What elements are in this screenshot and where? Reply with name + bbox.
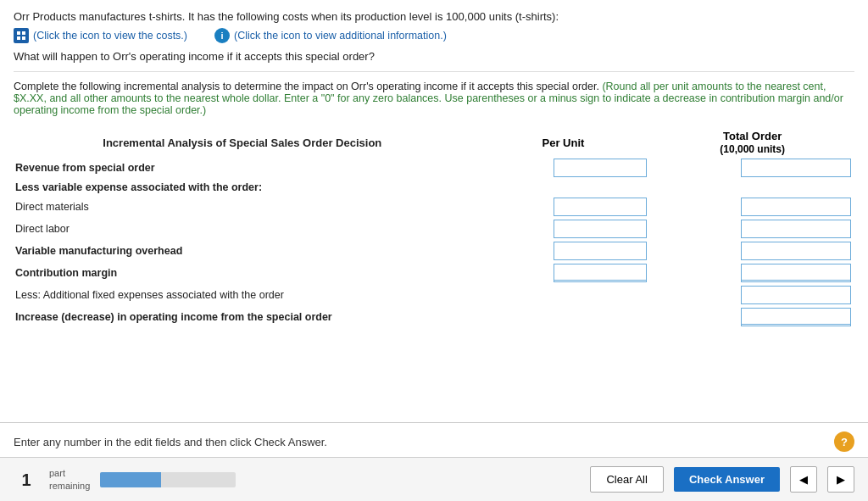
input-contribution-margin-total[interactable] <box>741 264 851 282</box>
row-label-revenue: Revenue from special order <box>14 157 476 179</box>
table-row: Direct labor <box>14 218 854 240</box>
bottom-bar: 1 part remaining Clear All Check Answer … <box>0 457 868 501</box>
progress-bar-fill <box>100 472 161 487</box>
input-cell-revenue-total <box>650 157 854 179</box>
footer-hint: Enter any number in the edit fields and … <box>0 423 868 457</box>
row-label-additional-fixed: Less: Additional fixed expenses associat… <box>14 284 476 306</box>
input-direct-labor-total[interactable] <box>741 220 851 238</box>
intro-text: Orr Products manufactures t-shirts. It h… <box>14 10 854 23</box>
col2-header: Per Unit <box>476 128 651 157</box>
clear-all-button[interactable]: Clear All <box>590 466 663 493</box>
input-contribution-margin-per-unit[interactable] <box>554 264 647 282</box>
costs-icon-label: (Click the icon to view the costs.) <box>33 30 187 42</box>
check-answer-button[interactable]: Check Answer <box>674 467 780 492</box>
remaining-text: remaining <box>49 480 90 492</box>
part-label-container: 1 <box>14 471 39 488</box>
table-row: Revenue from special order <box>14 157 854 179</box>
input-revenue-per-unit[interactable] <box>554 159 647 177</box>
progress-bar-container <box>100 472 236 487</box>
help-icon[interactable]: ? <box>834 431 854 452</box>
info-icon-link[interactable]: i (Click the icon to view additional inf… <box>214 28 447 43</box>
input-direct-materials-per-unit[interactable] <box>554 198 647 216</box>
col3-header: Total Order (10,000 units) <box>650 128 854 157</box>
analysis-table: Incremental Analysis of Special Sales Or… <box>14 128 854 328</box>
instructions-main: Complete the following incremental analy… <box>14 81 854 116</box>
input-variable-mfg-per-unit[interactable] <box>554 242 647 260</box>
svg-rect-2 <box>17 36 20 40</box>
grid-icon <box>14 28 29 43</box>
nav-prev-button[interactable]: ◀ <box>790 466 817 493</box>
table-row: Contribution margin <box>14 262 854 284</box>
question-text: What will happen to Orr's operating inco… <box>14 50 854 72</box>
row-label-less-variable: Less variable expense associated with th… <box>14 179 476 196</box>
row-label-variable-mfg: Variable manufacturing overhead <box>14 240 476 262</box>
info-icon-label: (Click the icon to view additional infor… <box>234 30 447 42</box>
input-variable-mfg-total[interactable] <box>741 242 851 260</box>
info-icon: i <box>214 28 230 43</box>
table-row: Variable manufacturing overhead <box>14 240 854 262</box>
table-row: Direct materials <box>14 196 854 218</box>
col1-header: Incremental Analysis of Special Sales Or… <box>14 128 476 157</box>
svg-rect-0 <box>17 31 20 35</box>
icon-row: (Click the icon to view the costs.) i (C… <box>14 28 854 43</box>
input-direct-labor-per-unit[interactable] <box>554 220 647 238</box>
content-area: Orr Products manufactures t-shirts. It h… <box>0 0 868 423</box>
table-row: Less: Additional fixed expenses associat… <box>14 284 854 306</box>
part-text: part <box>49 467 90 479</box>
hint-text: Enter any number in the edit fields and … <box>14 436 327 448</box>
svg-rect-1 <box>22 31 25 35</box>
part-number: 1 <box>21 471 31 488</box>
table-section: Incremental Analysis of Special Sales Or… <box>14 128 854 328</box>
nav-next-button[interactable]: ▶ <box>827 466 854 493</box>
input-cell-revenue-per-unit <box>476 157 651 179</box>
row-label-increase-decrease: Increase (decrease) in operating income … <box>14 306 476 328</box>
input-direct-materials-total[interactable] <box>741 198 851 216</box>
input-revenue-total[interactable] <box>741 159 851 177</box>
costs-icon-link[interactable]: (Click the icon to view the costs.) <box>14 28 187 43</box>
main-container: Orr Products manufactures t-shirts. It h… <box>0 0 868 501</box>
svg-rect-3 <box>22 36 25 40</box>
input-additional-fixed-total[interactable] <box>741 286 851 304</box>
table-row: Increase (decrease) in operating income … <box>14 306 854 328</box>
row-label-contribution-margin: Contribution margin <box>14 262 476 284</box>
input-increase-decrease-total[interactable] <box>741 308 851 326</box>
table-row: Less variable expense associated with th… <box>14 179 854 196</box>
row-label-direct-labor: Direct labor <box>14 218 476 240</box>
row-label-direct-materials: Direct materials <box>14 196 476 218</box>
